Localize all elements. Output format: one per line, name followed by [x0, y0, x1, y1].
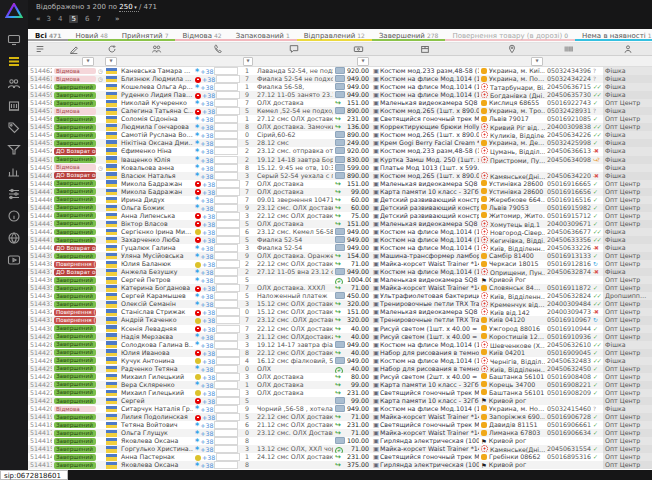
- tab-Завершений[interactable]: Завершений278: [372, 29, 446, 41]
- tracking-number[interactable]: 0501691598240: [545, 204, 591, 212]
- table-row[interactable]: 514445 Завершений Ольга Божик *+38 9 23.…: [28, 204, 652, 212]
- phone-number[interactable]: +38: [193, 236, 243, 244]
- column-payment[interactable]: [345, 43, 371, 55]
- skip-to-last-icon[interactable]: »: [115, 15, 119, 23]
- table-row[interactable]: 514456 Завершений Соломія Сідоніна *+38 …: [28, 115, 652, 123]
- tracking-number[interactable]: 0501691096709: [545, 316, 591, 324]
- phone-number[interactable]: +38: [193, 228, 243, 236]
- table-row[interactable]: 514439 Завершений Уляна Мусійовська *+38…: [28, 252, 652, 260]
- phone-number[interactable]: *+38: [193, 276, 243, 284]
- phone-number[interactable]: *+38: [193, 333, 243, 341]
- funnel-icon[interactable]: [4, 141, 24, 158]
- table-row[interactable]: 514444 Завершений Анна Липенська +38 3 2…: [28, 212, 652, 220]
- table-row[interactable]: 514441 Завершений Захарченко Люба +38 5 …: [28, 236, 652, 244]
- phone-number[interactable]: +38: [193, 389, 243, 397]
- phone-number[interactable]: *+38: [193, 139, 243, 147]
- table-row[interactable]: 514448 Завершений Микола Бадражан +38 7 …: [28, 180, 652, 188]
- phone-number[interactable]: +38: [193, 349, 243, 357]
- dashboard-icon[interactable]: [4, 31, 24, 48]
- tracking-number[interactable]: 20450631554459: [545, 445, 591, 453]
- table-row[interactable]: 514451 Завершений Іващенко Юлія *+38 2 1…: [28, 156, 652, 164]
- tracking-number[interactable]: 0501692274384: [545, 99, 591, 107]
- table-row[interactable]: 514431 Повернення (з… Андрій Ткаченко +3…: [28, 316, 652, 324]
- tracking-number[interactable]: 0503242893184: [545, 107, 591, 115]
- page-number[interactable]: 5: [69, 15, 77, 23]
- tracking-number[interactable]: 0503242599847: [545, 139, 591, 147]
- table-row[interactable]: 514453 Завершений Нікітіна Оксана Дми… *…: [28, 139, 652, 147]
- tracking-number[interactable]: 0501690904500: [545, 349, 591, 357]
- phone-number[interactable]: +38: [193, 453, 243, 461]
- table-row[interactable]: 514423 Завершений Вера Скляренко *+38 1 …: [28, 381, 652, 389]
- tracking-number[interactable]: 20400309838613: [545, 123, 591, 131]
- tracking-number[interactable]: 0503241546065: [545, 405, 591, 413]
- tracking-number[interactable]: 20450632610339: [545, 341, 591, 349]
- tab-Всі[interactable]: Всі471: [28, 29, 68, 41]
- column-status[interactable]: [52, 43, 96, 55]
- table-row[interactable]: 514425 Завершений Радченко Тетяна *+38 0…: [28, 365, 652, 373]
- tracking-number[interactable]: 0501691093696: [545, 333, 591, 341]
- phone-number[interactable]: +38: [193, 284, 243, 292]
- phone-number[interactable]: *+38: [193, 131, 243, 139]
- phone-number[interactable]: *+38: [193, 67, 243, 75]
- phone-number[interactable]: +38: [193, 260, 243, 268]
- tracking-number[interactable]: 0501689531643: [545, 453, 591, 461]
- table-row[interactable]: 514462 Відмова ◷ Каневська Тамара … *+38…: [28, 67, 652, 75]
- phone-number[interactable]: *+38: [193, 365, 243, 373]
- table-row[interactable]: 514457 Відмова Салегина Татьяна С… +38 5…: [28, 107, 652, 115]
- table-row[interactable]: 514429 Завершений Надія Мерзаєва *+38 3 …: [28, 333, 652, 341]
- products-tag-icon[interactable]: [4, 119, 24, 136]
- table-row[interactable]: 514452 ДО Возврат ок… Єфименко Ніна *+38…: [28, 147, 652, 155]
- settings-sliders-icon[interactable]: [4, 185, 24, 202]
- tracking-number[interactable]: 0501690663456: [545, 429, 591, 437]
- table-row[interactable]: 514461 Відмова ◷ Близнюк Людмила … +38 7…: [28, 75, 652, 83]
- tab-Прийнятий[interactable]: Прийнятий7: [115, 29, 176, 41]
- column-product[interactable]: [371, 43, 479, 55]
- tracking-number[interactable]: 20450632483003: [545, 357, 591, 365]
- table-row[interactable]: 514459 Завершений Руденко Лидия Пав… +38…: [28, 91, 652, 99]
- company-icon[interactable]: [4, 97, 24, 114]
- table-row[interactable]: 514415 Завершений Горгулько Христина… *+…: [28, 445, 652, 453]
- page-number[interactable]: 7: [96, 15, 100, 23]
- tab-Запакований[interactable]: Запакований1: [229, 29, 297, 41]
- phone-number[interactable]: *+38: [193, 147, 243, 155]
- tab-Новий[interactable]: Новий48: [68, 29, 114, 41]
- phone-number[interactable]: +38: [193, 325, 243, 333]
- column-refresh[interactable]: [104, 43, 119, 55]
- phone-number[interactable]: +38: [193, 180, 243, 188]
- column-id[interactable]: [28, 43, 52, 55]
- phone-number[interactable]: *+38: [193, 381, 243, 389]
- stats-icon[interactable]: [4, 163, 24, 180]
- tracking-number[interactable]: 20450634098760: [545, 156, 591, 164]
- tracking-number[interactable]: 0501690822147: [545, 381, 591, 389]
- tracking-number[interactable]: 20450632874148: [545, 268, 591, 276]
- tracking-number[interactable]: 20450632824487: [545, 292, 591, 300]
- clients-icon[interactable]: [4, 75, 24, 92]
- table-row[interactable]: 514436 Завершений Сергей Петров *+38 5 ₴…: [28, 276, 652, 284]
- phone-number[interactable]: +38: [193, 212, 243, 220]
- phone-number[interactable]: *+38: [193, 172, 243, 180]
- phone-number[interactable]: +38: [193, 357, 243, 365]
- table-row[interactable]: 514447 Завершений Микола Бадражан +38 7 …: [28, 188, 652, 196]
- info-icon[interactable]: [4, 207, 24, 224]
- tracking-number[interactable]: 0501692108522: [545, 115, 591, 123]
- tracking-number[interactable]: 0501691665630: [545, 188, 591, 196]
- phone-number[interactable]: *+38: [193, 123, 243, 131]
- browser-icon[interactable]: [4, 229, 24, 246]
- page-size-dropdown[interactable]: 250 ▾: [119, 3, 139, 12]
- table-row[interactable]: 514421 Завершений Сергей +38 5 99.00 ▣Ка…: [28, 397, 652, 405]
- tab-Повернення товару (в дорозі)[interactable]: Повернення товару (в дорозі)0: [445, 29, 575, 41]
- tracking-number[interactable]: 20450635730230: [545, 91, 591, 99]
- phone-number[interactable]: +38: [193, 308, 243, 316]
- tracking-number[interactable]: 20400309484935: [545, 300, 591, 308]
- video-icon[interactable]: [4, 251, 24, 268]
- table-row[interactable]: 514422 Завершений Михаил Гилецький +38 3…: [28, 389, 652, 397]
- phone-number[interactable]: *+38: [193, 196, 243, 204]
- page-number[interactable]: 6: [85, 15, 89, 23]
- table-row[interactable]: 514432 Повернення (з… Станіслав Стрижак …: [28, 308, 652, 316]
- tracking-number[interactable]: [545, 276, 591, 284]
- tab-Нема в наявності[interactable]: Нема в наявності1: [575, 29, 652, 41]
- tab-Відправлений[interactable]: Відправлений12: [297, 29, 372, 41]
- table-row[interactable]: 514450 Відмова ◷ Ковальова анна *+38 8 1…: [28, 164, 652, 172]
- app-logo[interactable]: [5, 3, 23, 23]
- page-number[interactable]: 3: [47, 15, 51, 23]
